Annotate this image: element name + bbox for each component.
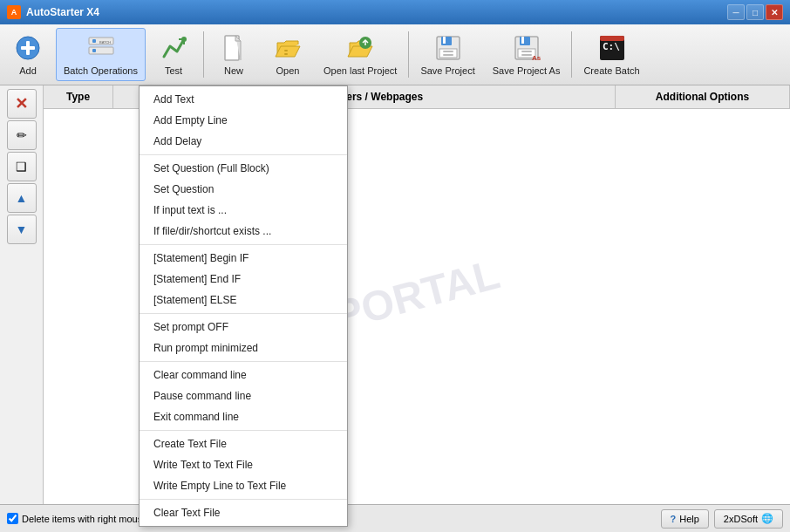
app-title: AutoStarter X4 xyxy=(26,6,99,18)
toolbar-separator-3 xyxy=(571,31,572,78)
new-button[interactable]: New xyxy=(208,28,260,81)
menu-begin-if[interactable]: [Statement] Begin IF xyxy=(140,248,347,269)
open-last-label: Open last Project xyxy=(323,65,397,76)
menu-sep-3 xyxy=(140,313,347,314)
menu-sep-6 xyxy=(140,499,347,500)
svg-rect-19 xyxy=(443,51,453,52)
svg-rect-23 xyxy=(521,37,524,44)
svg-rect-16 xyxy=(441,37,452,45)
test-icon xyxy=(160,34,187,62)
status-bar: Delete items with right mouse button? ? … xyxy=(0,504,790,532)
app-icon: A xyxy=(7,5,21,19)
svg-text:As: As xyxy=(532,54,541,62)
edit-button[interactable]: ✏ xyxy=(7,120,37,150)
new-label: New xyxy=(224,65,243,76)
toolbar: Add BATCH Batch Operations Test xyxy=(0,24,790,85)
svg-text:BATCH: BATCH xyxy=(99,40,111,44)
close-button[interactable]: ✕ xyxy=(766,4,783,20)
table-area: Type Parameters / Webpages Additional Op… xyxy=(44,85,790,504)
new-icon xyxy=(220,34,248,62)
title-bar: A AutoStarter X4 ─ □ ✕ xyxy=(0,0,790,24)
menu-end-if[interactable]: [Statement] End IF xyxy=(140,269,347,290)
save-as-button[interactable]: As Save Project As xyxy=(485,28,569,81)
menu-set-question-full[interactable]: Set Question (Full Block) xyxy=(140,158,347,179)
menu-sep-4 xyxy=(140,361,347,362)
maximize-button[interactable]: □ xyxy=(746,4,764,20)
delete-button[interactable]: ✕ xyxy=(7,89,37,119)
batch-icon: BATCH xyxy=(87,34,115,62)
menu-set-prompt-off[interactable]: Set prompt OFF xyxy=(140,317,347,338)
help-button[interactable]: ? Help xyxy=(661,509,709,529)
svg-rect-6 xyxy=(92,49,96,52)
save-button[interactable]: Save Project xyxy=(412,28,482,81)
svg-rect-2 xyxy=(21,46,35,50)
watermark: PORTAL xyxy=(329,249,504,339)
svg-rect-17 xyxy=(443,37,446,44)
test-button[interactable]: Test xyxy=(147,28,200,81)
svg-rect-12 xyxy=(284,53,288,55)
svg-rect-20 xyxy=(443,54,453,56)
status-bar-buttons: ? Help 2xDSoft 🌐 xyxy=(661,509,784,529)
menu-write-empty[interactable]: Write Empty Line to Text File xyxy=(140,475,347,496)
create-batch-label: Create Batch xyxy=(583,65,639,76)
toolbar-separator-2 xyxy=(408,31,409,78)
svg-text:C:\: C:\ xyxy=(603,41,620,52)
help-icon: ? xyxy=(671,514,677,524)
create-batch-icon: C:\ xyxy=(598,34,626,62)
batch-operations-button[interactable]: BATCH Batch Operations xyxy=(56,28,146,81)
copy-button[interactable]: ❑ xyxy=(7,152,37,181)
svg-rect-18 xyxy=(439,49,457,58)
menu-sep-1 xyxy=(140,154,347,155)
menu-run-prompt-minimized[interactable]: Run prompt minimized xyxy=(140,338,347,358)
menu-add-text[interactable]: Add Text xyxy=(140,89,347,110)
open-icon xyxy=(274,34,302,62)
add-button[interactable]: Add xyxy=(2,28,54,81)
move-up-button[interactable]: ▲ xyxy=(7,183,37,213)
main-container: ✕ ✏ ❑ ▲ ▼ Type Parameters / Webpages Add… xyxy=(0,85,790,504)
menu-pause-cmd[interactable]: Pause command line xyxy=(140,385,347,406)
brand-icon: 🌐 xyxy=(761,513,773,524)
menu-if-file-exists[interactable]: If file/dir/shortcut exists ... xyxy=(140,221,347,242)
menu-write-text[interactable]: Write Text to Text File xyxy=(140,454,347,475)
save-label: Save Project xyxy=(420,65,474,76)
brand-button[interactable]: 2xDSoft 🌐 xyxy=(714,509,783,529)
sidebar: ✕ ✏ ❑ ▲ ▼ xyxy=(0,85,44,504)
menu-else[interactable]: [Statement] ELSE xyxy=(140,290,347,310)
batch-operations-dropdown: Add Text Add Empty Line Add Delay Set Qu… xyxy=(139,85,348,527)
menu-exit-cmd[interactable]: Exit command line xyxy=(140,406,347,427)
toolbar-separator-1 xyxy=(203,31,204,78)
type-header: Type xyxy=(44,85,113,108)
open-button[interactable]: Open xyxy=(262,28,314,81)
add-label: Add xyxy=(19,65,37,76)
menu-add-delay[interactable]: Add Delay xyxy=(140,131,347,152)
open-last-button[interactable]: Open last Project xyxy=(316,28,405,81)
menu-sep-2 xyxy=(140,244,347,245)
delete-checkbox[interactable] xyxy=(7,513,18,524)
minimize-button[interactable]: ─ xyxy=(727,4,745,20)
menu-create-text-file[interactable]: Create Text File xyxy=(140,433,347,454)
svg-rect-30 xyxy=(600,36,624,41)
menu-clear-text-file[interactable]: Clear Text File xyxy=(140,502,347,523)
menu-clear-cmd[interactable]: Clear command line xyxy=(140,365,347,385)
window-controls: ─ □ ✕ xyxy=(727,4,783,20)
test-label: Test xyxy=(165,65,182,76)
svg-rect-5 xyxy=(92,39,96,43)
svg-rect-11 xyxy=(284,50,288,51)
menu-set-question[interactable]: Set Question xyxy=(140,179,347,200)
move-down-button[interactable]: ▼ xyxy=(7,215,37,244)
create-batch-button[interactable]: C:\ Create Batch xyxy=(575,28,647,81)
save-icon xyxy=(434,34,462,62)
svg-rect-25 xyxy=(521,51,532,52)
menu-sep-5 xyxy=(140,430,347,431)
menu-add-empty-line[interactable]: Add Empty Line xyxy=(140,110,347,131)
add-icon xyxy=(14,34,42,62)
open-last-icon xyxy=(346,34,374,62)
options-header: Additional Options xyxy=(616,85,790,108)
open-label: Open xyxy=(276,65,300,76)
save-as-icon: As xyxy=(513,34,541,62)
svg-rect-26 xyxy=(521,54,532,56)
menu-if-input-text[interactable]: If input text is ... xyxy=(140,200,347,221)
batch-label: Batch Operations xyxy=(64,65,138,76)
svg-rect-22 xyxy=(520,37,530,45)
save-as-label: Save Project As xyxy=(493,65,561,76)
